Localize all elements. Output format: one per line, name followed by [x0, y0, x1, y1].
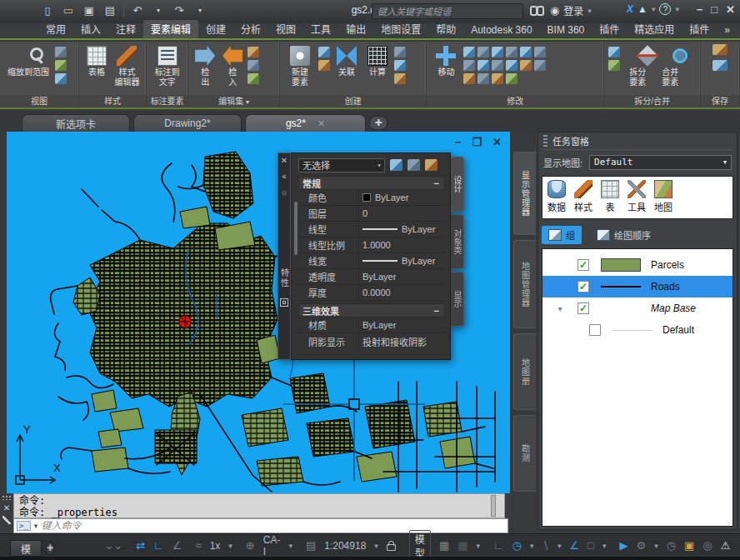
toggle-pickadd-icon[interactable]: [390, 159, 402, 171]
style-button[interactable]: 样式: [574, 180, 592, 213]
modify-mini-icon[interactable]: [492, 73, 503, 84]
snap-mode-icon[interactable]: ▦: [458, 538, 468, 554]
tools-button[interactable]: 工具: [628, 180, 646, 213]
palette-tab-object-class[interactable]: 对象类: [451, 214, 464, 269]
help-search-input[interactable]: [372, 3, 523, 19]
new-feature-button[interactable]: 新建 要素: [284, 44, 316, 88]
undo-icon[interactable]: ↶: [130, 2, 145, 18]
tab-view[interactable]: 视图: [268, 20, 303, 38]
workspace-caret-icon[interactable]: ▾: [654, 542, 658, 550]
panel-style-label[interactable]: 样式: [79, 95, 146, 108]
help-caret-icon[interactable]: ▾: [675, 5, 679, 13]
modify-mini-icon[interactable]: [478, 73, 489, 84]
polar-tracking-icon[interactable]: ∠: [172, 538, 182, 554]
command-input[interactable]: [41, 520, 508, 532]
recent-commands-icon[interactable]: ▾: [34, 522, 38, 530]
parcels-checkbox[interactable]: ✓: [578, 259, 589, 271]
move-button[interactable]: 移动: [431, 44, 461, 78]
map-scale-icon[interactable]: ▤: [306, 538, 316, 554]
panel-split-label[interactable]: 拆分/合并: [604, 95, 700, 108]
tab-autodesk360[interactable]: Autodesk 360: [463, 22, 539, 38]
checkin-button[interactable]: 检 入: [220, 44, 245, 88]
prop-row-material[interactable]: 材质 ByLayer: [298, 318, 445, 333]
merge-feature-button[interactable]: 合并 要素: [655, 44, 685, 88]
palette-dock-icon[interactable]: [280, 298, 288, 307]
groups-tab[interactable]: 组: [542, 226, 582, 244]
minimize-icon[interactable]: −: [697, 3, 703, 16]
modify-mini-icon[interactable]: [463, 47, 475, 58]
panel-create-label[interactable]: 创建: [280, 95, 427, 108]
tab-featured-apps[interactable]: 精选应用: [627, 20, 682, 38]
ortho-mode-icon[interactable]: ∟: [153, 538, 164, 554]
annotate-to-text-button[interactable]: 标注到 文字: [151, 44, 183, 88]
task-pane-title-bar[interactable]: 任务窗格: [542, 132, 733, 150]
create-mini-icon[interactable]: [318, 60, 330, 71]
signin-label[interactable]: 登录: [563, 3, 583, 18]
modify-mini-icon[interactable]: [506, 60, 518, 71]
tab-map-setup[interactable]: 地图设置: [373, 20, 428, 38]
osnap-caret-icon[interactable]: ▾: [602, 542, 607, 550]
annotation-scale-caret-icon[interactable]: ▾: [228, 542, 232, 550]
create-mini-icon[interactable]: [318, 47, 330, 58]
save-mini-icon[interactable]: [712, 44, 728, 55]
save-mini-icon[interactable]: [712, 60, 728, 71]
tab-output[interactable]: 输出: [338, 20, 373, 38]
object-snap-icon[interactable]: ∠: [569, 538, 579, 554]
map-base-checkbox[interactable]: ✓: [578, 302, 589, 314]
checkout-button[interactable]: 检 出: [192, 44, 218, 88]
data-button[interactable]: 数据: [548, 180, 566, 213]
panel-save-label[interactable]: 保存: [701, 95, 739, 108]
prop-row-shadow[interactable]: 阴影显示 投射和接收阴影: [298, 333, 445, 349]
grid-display-icon[interactable]: ▦: [439, 538, 449, 554]
viewport-close-icon[interactable]: ✕: [492, 136, 502, 148]
modify-mini-icon[interactable]: [506, 47, 518, 58]
warning-icon[interactable]: ⚠: [721, 538, 731, 554]
tab-bim360[interactable]: BIM 360: [540, 22, 592, 38]
isoplane-icon[interactable]: ∖: [542, 538, 549, 554]
modify-mini-icon[interactable]: [478, 60, 489, 71]
command-history[interactable]: 命令: 命令: _properties: [13, 493, 505, 518]
modify-mini-icon[interactable]: [463, 60, 475, 71]
exchange-apps[interactable]: X ▲ ▾ ? ▾: [627, 3, 679, 15]
polar-tracking-toggle-icon[interactable]: ◷: [512, 538, 522, 554]
modify-mini-icon[interactable]: [492, 60, 503, 71]
panel-annotate-label[interactable]: 标注要素: [147, 95, 188, 108]
redo-icon[interactable]: ↷: [172, 2, 187, 18]
split-feature-button[interactable]: 拆分 要素: [622, 44, 652, 88]
drag-grip-icon[interactable]: [2, 495, 12, 500]
table-button[interactable]: 表格: [83, 44, 110, 78]
tab-tools[interactable]: 工具: [303, 20, 338, 38]
prop-row-layer[interactable]: 图层 0: [298, 206, 445, 222]
palette-tab-display[interactable]: 显示: [451, 272, 464, 327]
signin-caret-icon[interactable]: ▾: [588, 7, 592, 15]
annotation-monitor-icon[interactable]: ▶: [619, 538, 628, 554]
layer-name[interactable]: Roads: [651, 281, 680, 292]
maximize-icon[interactable]: □: [711, 3, 718, 16]
layer-row-default[interactable]: Default: [542, 319, 732, 341]
split-mini-icon[interactable]: [608, 47, 620, 58]
default-checkbox[interactable]: [589, 324, 601, 336]
palette-menu-icon[interactable]: ☼: [280, 188, 288, 197]
calculate-button[interactable]: 计算: [363, 44, 392, 78]
tab-survey[interactable]: 勘测: [513, 415, 536, 492]
workspace-gear-icon[interactable]: ⚙: [636, 538, 646, 554]
file-tab-close-icon[interactable]: ✕: [318, 118, 325, 129]
redo-dropdown-icon[interactable]: ▾: [192, 2, 208, 18]
selection-dropdown[interactable]: 无选择 ▾: [298, 158, 385, 172]
modify-mini-icon[interactable]: [492, 47, 503, 58]
viewport-minimize-icon[interactable]: −: [455, 136, 462, 148]
create-mini-icon[interactable]: [394, 47, 406, 58]
tab-analyze[interactable]: 分析: [233, 20, 268, 38]
prop-row-thickness[interactable]: 厚度 0.0000: [298, 285, 445, 301]
model-space-button[interactable]: 模型: [409, 530, 431, 560]
file-tab-new[interactable]: 新选项卡: [22, 114, 130, 132]
palette-scrollbar[interactable]: [294, 202, 298, 255]
map-button[interactable]: 地图: [654, 180, 672, 213]
customize-wrench-icon[interactable]: [2, 516, 11, 524]
new-file-icon[interactable]: ▯: [40, 2, 55, 18]
drag-grip-icon[interactable]: [543, 135, 548, 147]
tab-map-explorer[interactable]: 地图管理器: [513, 240, 536, 328]
modify-mini-icon[interactable]: [534, 47, 546, 58]
view-mini-icon[interactable]: [55, 47, 67, 58]
tab-plugins[interactable]: 插件: [592, 20, 627, 38]
